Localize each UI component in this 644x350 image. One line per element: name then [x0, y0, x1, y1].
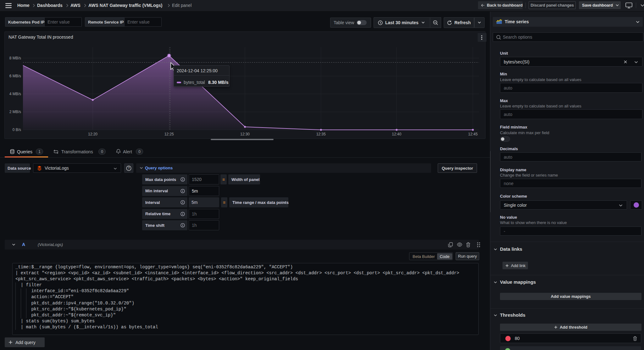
svg-text:12:20: 12:20: [88, 132, 97, 136]
svg-text:8 MB/s: 8 MB/s: [9, 56, 21, 60]
svg-text:12:25: 12:25: [164, 132, 174, 136]
svg-text:2 MB/s: 2 MB/s: [9, 110, 21, 114]
svg-text:6 MB/s: 6 MB/s: [9, 74, 21, 78]
svg-text:12:35: 12:35: [316, 132, 326, 136]
svg-text:12:45: 12:45: [468, 132, 478, 136]
svg-text:12:40: 12:40: [392, 132, 401, 136]
svg-text:0 B/s: 0 B/s: [13, 128, 21, 132]
svg-text:?: ?: [128, 166, 130, 170]
svg-text:4 MB/s: 4 MB/s: [9, 92, 21, 96]
svg-text:12:30: 12:30: [240, 132, 250, 136]
